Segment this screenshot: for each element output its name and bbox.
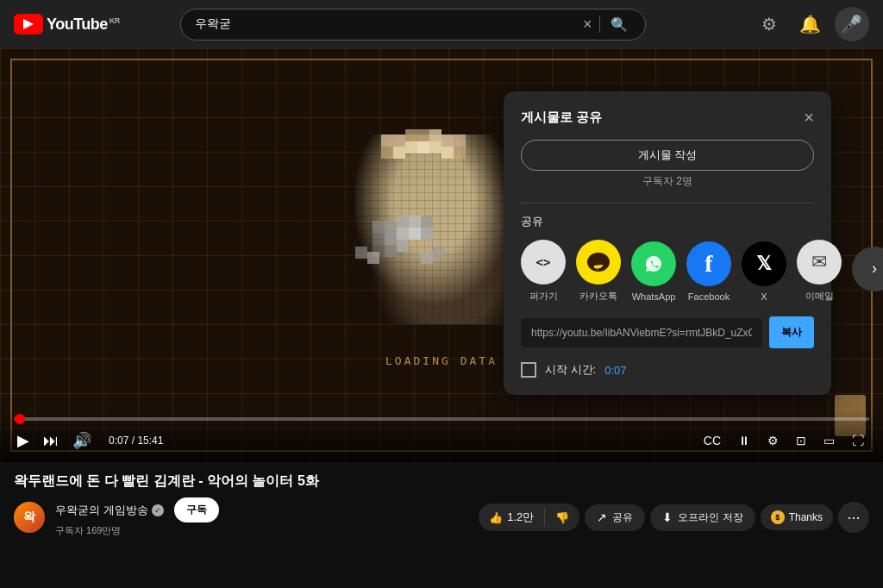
share-icon-kakaotalk[interactable]: 카카오톡: [576, 240, 621, 303]
x-icon: 𝕏: [742, 241, 786, 286]
svg-rect-27: [355, 247, 367, 259]
thanks-button[interactable]: $ Thanks: [761, 504, 833, 530]
controls-row: ▶ ⏭ 🔊 0:07 / 15:41 CC ⏸ ⚙ ⊡ ▭ ⛶: [14, 428, 869, 454]
share-icon-embed[interactable]: <> 퍼가기: [521, 240, 566, 303]
search-divider: [599, 16, 600, 33]
video-info: 왁두랜드에 돈 다 빨린 김계란 - 악어의 놀이터 5화 왁 우왁굳의 게임방…: [0, 462, 883, 544]
svg-rect-28: [367, 252, 379, 264]
dislike-button[interactable]: 👎: [545, 504, 579, 531]
kakaotalk-icon: [576, 240, 621, 285]
embed-label: 퍼가기: [529, 290, 558, 303]
svg-rect-4: [429, 129, 442, 141]
copy-button[interactable]: 복사: [769, 316, 814, 348]
mic-icon-btn[interactable]: 🎤: [835, 7, 869, 41]
search-clear-icon[interactable]: ×: [583, 16, 592, 34]
subtitles-button[interactable]: CC: [698, 430, 726, 451]
search-button[interactable]: 🔍: [607, 15, 631, 34]
share-more-button[interactable]: ›: [852, 247, 883, 291]
yt-logo-icon: [14, 14, 43, 34]
subscriber-count: 구독자 2명: [521, 174, 814, 189]
start-time-row: 시작 시간: 0:07: [521, 362, 814, 378]
share-section-label: 공유: [521, 214, 814, 229]
svg-rect-29: [433, 247, 445, 259]
kakaotalk-label: 카카오톡: [579, 290, 617, 303]
channel-avatar[interactable]: 왁: [14, 502, 45, 533]
settings-ctrl-btn[interactable]: ⚙: [762, 430, 784, 451]
start-time-label: 시작 시간:: [545, 362, 596, 378]
share-icon-x[interactable]: 𝕏 X: [742, 241, 786, 302]
video-container: LOADING DATA 게시물로 공유 × 게시물 작성 구독자 2명 공유 …: [0, 48, 883, 462]
whatsapp-svg: [641, 251, 667, 277]
thanks-coin-icon: $: [771, 510, 785, 524]
post-btn[interactable]: 게시물 작성: [521, 140, 814, 171]
time-display: 0:07 / 15:41: [109, 435, 163, 447]
svg-rect-26: [397, 240, 409, 252]
subscribe-button[interactable]: 구독: [174, 497, 219, 522]
verified-badge: ✓: [152, 504, 164, 516]
search-bar: × 🔍: [180, 9, 646, 41]
svg-rect-15: [385, 221, 397, 233]
progress-bar[interactable]: [14, 417, 869, 421]
fullscreen-btn[interactable]: ⛶: [847, 430, 869, 451]
svg-rect-2: [405, 129, 417, 141]
like-button[interactable]: 👍 1.2만: [479, 504, 544, 531]
svg-rect-30: [421, 252, 433, 264]
notifications-icon-btn[interactable]: 🔔: [793, 7, 828, 41]
settings-icon-btn[interactable]: ⚙: [752, 7, 786, 41]
x-label: X: [761, 291, 767, 302]
share-icon-facebook[interactable]: f Facebook: [686, 241, 731, 302]
svg-rect-18: [421, 216, 433, 228]
like-icon: 👍: [489, 511, 503, 524]
svg-rect-23: [421, 228, 433, 240]
whatsapp-label: WhatsApp: [632, 291, 676, 302]
top-bar: YouTubeKR × 🔍 ⚙ 🔔 🎤: [0, 0, 883, 48]
modal-title: 게시물로 공유: [521, 109, 602, 126]
channel-name-row: 우왁굳의 게임방송 ✓ 구독: [55, 497, 219, 522]
youtube-logo[interactable]: YouTubeKR: [14, 14, 120, 34]
miniplayer-btn[interactable]: ⊡: [791, 430, 811, 451]
svg-rect-3: [417, 129, 429, 141]
svg-rect-8: [393, 147, 405, 159]
share-link-input[interactable]: [521, 318, 762, 347]
modal-header: 게시물로 공유 ×: [521, 109, 814, 126]
share-more-item[interactable]: ›: [852, 247, 883, 297]
whatsapp-icon: [631, 241, 676, 286]
volume-button[interactable]: 🔊: [69, 428, 95, 454]
svg-rect-21: [397, 228, 409, 240]
svg-rect-9: [405, 141, 417, 153]
facebook-label: Facebook: [688, 291, 730, 302]
theater-btn[interactable]: ▭: [818, 430, 840, 451]
skip-button[interactable]: ⏭: [40, 428, 62, 454]
svg-rect-7: [381, 147, 393, 159]
svg-rect-20: [385, 233, 397, 245]
svg-rect-10: [417, 141, 429, 153]
share-icon-email[interactable]: ✉ 이메일: [797, 240, 842, 303]
share-modal: 게시물로 공유 × 게시물 작성 구독자 2명 공유 <> 퍼가기: [504, 91, 831, 395]
share-icon-whatsapp[interactable]: WhatsApp: [631, 241, 676, 302]
video-meta-row: 왁 우왁굳의 게임방송 ✓ 구독 구독자 169만명 👍 1.2만 👎: [14, 497, 869, 537]
search-input[interactable]: [195, 17, 576, 31]
channel-info: 우왁굳의 게임방송 ✓ 구독 구독자 169만명: [55, 497, 219, 537]
yt-logo-text: YouTubeKR: [47, 16, 120, 34]
top-bar-actions: ⚙ 🔔 🎤: [752, 7, 869, 41]
svg-rect-14: [373, 221, 385, 233]
svg-rect-6: [454, 134, 466, 147]
pause-icon-btn[interactable]: ⏸: [733, 430, 755, 451]
svg-rect-1: [393, 134, 405, 147]
modal-divider-1: [521, 203, 814, 203]
svg-rect-13: [454, 147, 466, 159]
modal-close-button[interactable]: ×: [804, 109, 814, 126]
email-label: 이메일: [805, 290, 834, 303]
download-icon: ⬇: [662, 510, 673, 524]
facebook-icon: f: [686, 241, 731, 286]
kakaotalk-svg: [586, 250, 611, 274]
start-time-checkbox[interactable]: [521, 362, 536, 378]
svg-rect-22: [409, 228, 421, 240]
share-button[interactable]: ↗ 공유: [585, 504, 645, 531]
play-button[interactable]: ▶: [14, 428, 33, 454]
more-options-button[interactable]: ···: [838, 502, 869, 533]
share-link-row: 복사: [521, 316, 814, 348]
offline-button[interactable]: ⬇ 오프라인 저장: [650, 504, 755, 531]
share-icon: ↗: [597, 510, 607, 524]
like-dislike-group: 👍 1.2만 👎: [479, 504, 579, 531]
